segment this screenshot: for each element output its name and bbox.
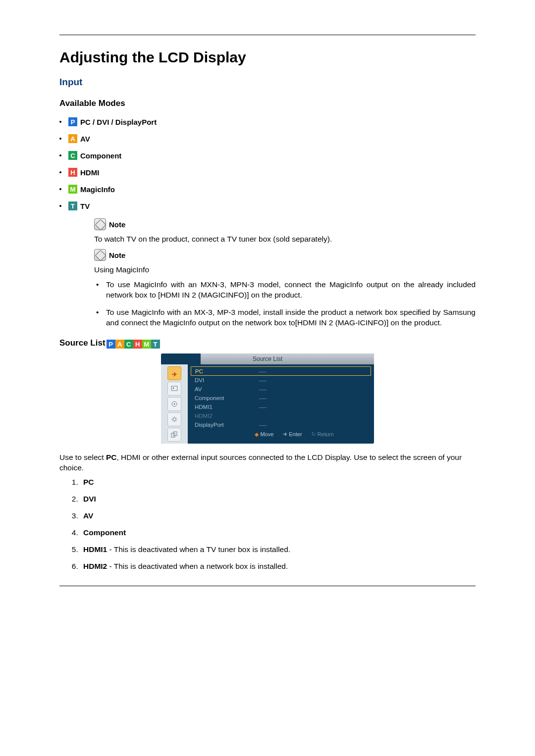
source-name: AV <box>83 511 93 520</box>
note-icon <box>94 249 106 261</box>
osd-row-label: DisplayPort <box>195 422 259 428</box>
note-2-bullets: To use MagicInfo with an MXN-3, MPN-3 mo… <box>94 280 476 328</box>
svg-point-3 <box>174 403 175 405</box>
p-icon: P <box>107 340 115 349</box>
osd-row: PC---- <box>191 366 371 376</box>
t-icon: T <box>68 202 77 210</box>
mode-item-av: A AV <box>59 134 476 143</box>
osd-side-icon-input <box>167 366 181 380</box>
osd-row-label: HDMI1 <box>195 404 259 410</box>
source-extra: - This is deactivated when a network box… <box>107 562 288 570</box>
osd-sidebar <box>161 364 188 444</box>
osd-row: Component---- <box>188 394 374 403</box>
m-icon: M <box>68 185 77 194</box>
mode-item-magicinfo: M MagicInfo <box>59 185 476 194</box>
osd-row-value: ---- <box>259 377 267 383</box>
osd-title: Source List <box>161 353 374 364</box>
note-2-bullet: To use MagicInfo with an MXN-3, MPN-3 mo… <box>94 280 476 301</box>
t-icon: T <box>151 340 160 349</box>
mode-item-component: C Component <box>59 151 476 160</box>
osd-row: AV---- <box>188 385 374 394</box>
osd-footer: ◆Move Enter Return <box>188 429 374 439</box>
available-modes-list: P PC / DVI / DisplayPort A AV C Componen… <box>59 117 476 210</box>
source-list-description: Use to select PC, HDMI or other external… <box>59 453 476 472</box>
note-label: Note <box>109 251 125 259</box>
source-item: HDMI1 - This is deactivated when a TV tu… <box>80 545 476 554</box>
c-icon: C <box>124 340 133 349</box>
source-name: HDMI1 <box>83 545 107 554</box>
osd-row-label: PC <box>195 368 259 374</box>
svg-rect-0 <box>171 386 177 391</box>
note-2-bullet: To use MagicInfo with an MX-3, MP-3 mode… <box>94 307 476 328</box>
mode-label: MagicInfo <box>80 185 115 194</box>
mode-item-hdmi: H HDMI <box>59 168 476 177</box>
a-icon: A <box>115 340 124 349</box>
osd-footer-return: Return <box>318 431 334 437</box>
source-extra: - This is deactivated when a TV tuner bo… <box>107 545 290 554</box>
mode-label: TV <box>80 202 90 210</box>
p-icon: P <box>68 117 77 126</box>
osd-row-label: AV <box>195 386 259 392</box>
h-icon: H <box>133 340 142 349</box>
osd-row: DVI---- <box>188 376 374 385</box>
h-icon: H <box>68 168 77 177</box>
osd-footer-enter: Enter <box>289 431 302 437</box>
osd-row: HDMI1---- <box>188 403 374 411</box>
source-item: HDMI2 - This is deactivated when a netwo… <box>80 562 476 571</box>
source-name: PC <box>83 478 94 486</box>
m-icon: M <box>142 340 151 349</box>
osd-side-icon-setup <box>167 412 181 426</box>
desc-pre: Use to select <box>59 453 106 461</box>
osd-row-label: HDMI2 <box>195 413 259 419</box>
available-modes-heading: Available Modes <box>59 99 476 108</box>
osd-row: HDMI2 <box>188 411 374 420</box>
source-item: DVI <box>80 495 476 504</box>
source-list-badges: PACHMT <box>107 340 160 349</box>
mode-label: AV <box>80 135 90 143</box>
svg-point-4 <box>173 418 176 421</box>
osd-row-value: ---- <box>259 395 267 401</box>
osd-row-label: Component <box>195 395 259 401</box>
osd-footer-move: Move <box>260 431 273 437</box>
note-2-intro: Using MagicInfo <box>94 265 476 275</box>
source-item: AV <box>80 511 476 520</box>
osd-row-value: ---- <box>259 386 267 392</box>
mode-label: HDMI <box>80 168 99 177</box>
source-name: DVI <box>83 495 96 503</box>
mode-item-tv: T TV <box>59 202 476 210</box>
osd-row-value: ---- <box>259 404 267 410</box>
osd-source-rows: PC---- DVI---- AV---- Component---- HDMI… <box>188 364 374 444</box>
mode-item-pc: P PC / DVI / DisplayPort <box>59 117 476 126</box>
osd-side-icon-sound <box>167 397 181 411</box>
source-name: HDMI2 <box>83 562 107 570</box>
page-title: Adjusting the LCD Display <box>59 49 476 66</box>
source-list-label: Source List <box>59 338 106 348</box>
note-icon <box>94 218 106 230</box>
osd-row-value: ---- <box>259 368 266 374</box>
source-list-heading: Source ListPACHMT <box>59 338 476 349</box>
osd-row-value: ---- <box>259 422 267 428</box>
source-name: Component <box>83 528 126 537</box>
source-item: PC <box>80 478 476 487</box>
source-item: Component <box>80 528 476 537</box>
osd-row-label: DVI <box>195 377 259 383</box>
source-list-enumeration: PC DVI AV Component HDMI1 - This is deac… <box>59 478 476 571</box>
svg-point-1 <box>173 388 174 389</box>
osd-row: DisplayPort---- <box>188 420 374 429</box>
desc-post: , HDMI or other external input sources c… <box>59 453 462 471</box>
mode-label: Component <box>80 151 121 160</box>
section-input: Input <box>59 77 476 88</box>
mode-label: PC / DVI / DisplayPort <box>80 118 157 126</box>
osd-screenshot: Source List PC---- DVI---- AV---- Compon… <box>161 353 374 444</box>
note-1-text: To watch TV on the product, connect a TV… <box>94 234 476 244</box>
note-label: Note <box>109 220 125 229</box>
osd-side-icon-multi <box>167 428 181 442</box>
osd-side-icon-picture <box>167 382 181 396</box>
c-icon: C <box>68 151 77 160</box>
desc-bold: PC <box>106 453 117 461</box>
a-icon: A <box>68 134 77 143</box>
